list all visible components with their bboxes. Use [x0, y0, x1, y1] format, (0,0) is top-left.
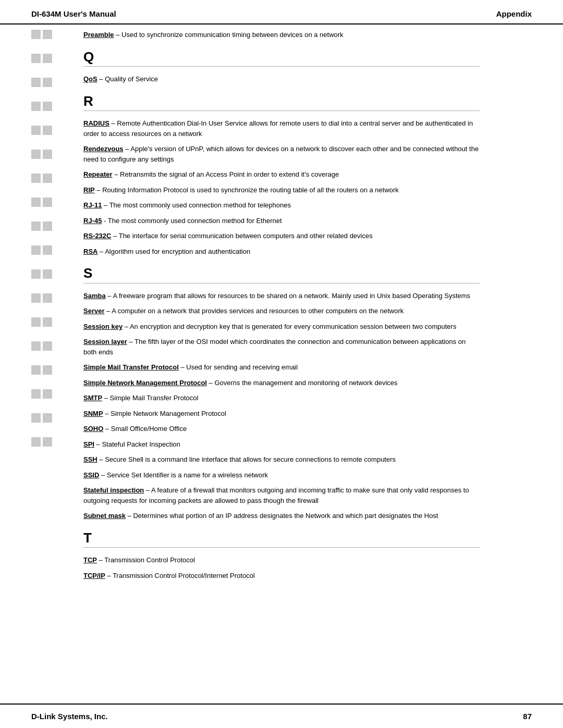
- entry-separator: –: [99, 471, 106, 479]
- glossary-entry: RJ-11 – The most commonly used connectio…: [83, 200, 480, 211]
- entry-separator: –: [95, 186, 102, 194]
- entry-definition: A computer on a network that provides se…: [112, 307, 403, 315]
- glossary-entry: Simple Mail Transfer Protocol – Used for…: [83, 362, 480, 373]
- entry-separator: –: [111, 232, 118, 240]
- section-letter-s: S: [83, 266, 480, 281]
- glossary-entry: Samba – A freeware program that allows f…: [83, 291, 480, 301]
- page-header: DI-634M User's Manual Appendix: [0, 0, 563, 24]
- entry-definition: Secure Shell is a command line interface…: [105, 455, 396, 463]
- entry-term: SOHO: [83, 425, 103, 433]
- glossary-entry: SMTP – Simple Mail Transfer Protocol: [83, 393, 480, 403]
- entry-term: Subnet mask: [83, 512, 126, 520]
- entry-separator: –: [144, 486, 151, 494]
- section-letter-q: Q: [83, 50, 480, 65]
- entry-term: RS-232C: [83, 232, 111, 240]
- glossary-entry: RS-232C – The interface for serial commu…: [83, 231, 480, 241]
- entry-definition: Quality of Service: [105, 75, 158, 83]
- entry-term: SSID: [83, 471, 99, 479]
- entry-definition: The most commonly used connection method…: [109, 201, 291, 209]
- entry-term: SMTP: [83, 394, 102, 402]
- entry-term: RSA: [83, 248, 97, 255]
- glossary-entry: RSA – Algorithm used for encryption and …: [83, 246, 480, 257]
- entry-definition: Governs the management and monitoring of…: [214, 379, 397, 387]
- entry-definition: Determines what portion of an IP address…: [133, 512, 438, 520]
- entry-term: Stateful inspection: [83, 486, 144, 494]
- glossary-entry: SNMP – Simple Network Management Protoco…: [83, 409, 480, 419]
- entry-separator: –: [103, 410, 111, 417]
- glossary-entry: Server – A computer on a network that pr…: [83, 306, 480, 316]
- entry-term: Session key: [83, 323, 123, 330]
- section-divider: [83, 66, 480, 67]
- entry-separator: -: [102, 217, 107, 225]
- glossary-entry: Session layer – The fifth layer of the O…: [83, 337, 480, 357]
- entry-term: RADIUS: [83, 119, 109, 127]
- section-letter-t: T: [83, 530, 480, 546]
- entry-separator: –: [102, 394, 109, 402]
- entry-term: QoS: [83, 75, 97, 83]
- entry-term: RJ-11: [83, 201, 102, 209]
- entry-separator: –: [127, 338, 134, 346]
- entry-definition: A freeware program that allows for resou…: [113, 292, 470, 300]
- header-appendix: Appendix: [496, 9, 532, 18]
- entry-term: SNMP: [83, 410, 103, 417]
- entry-separator: –: [106, 292, 113, 300]
- glossary-entry: Repeater – Retransmits the signal of an …: [83, 169, 480, 180]
- entry-definition: Service Set Identifier is a name for a w…: [107, 471, 268, 479]
- entry-term: SSH: [83, 455, 97, 463]
- entry-definition: Transmission Control Protocol: [104, 556, 195, 564]
- entry-definition: Retransmits the signal of an Access Poin…: [120, 170, 339, 178]
- entry-term: Server: [83, 307, 104, 315]
- entry-separator: –: [94, 440, 102, 448]
- entry-separator: –: [104, 307, 112, 315]
- glossary-entry: Simple Network Management Protocol – Gov…: [83, 378, 480, 388]
- entry-definition: Stateful Packet Inspection: [102, 440, 180, 448]
- footer-company: D-Link Systems, Inc.: [31, 712, 108, 721]
- entry-definition: Used to synchronize communication timing…: [121, 31, 344, 39]
- glossary-entry: TCP/IP – Transmission Control Protocol/I…: [83, 571, 480, 581]
- glossary-entry: SOHO – Small Office/Home Office: [83, 424, 480, 434]
- glossary-entry: SPI – Stateful Packet Inspection: [83, 439, 480, 450]
- entry-definition: Transmission Control Protocol/Internet P…: [113, 572, 255, 579]
- entry-term: Session layer: [83, 338, 127, 346]
- glossary-entry: Preamble – Used to synchronize communica…: [83, 30, 480, 40]
- section-divider: [83, 110, 480, 111]
- glossary-entry: QoS – Quality of Service: [83, 74, 480, 84]
- glossary-entry: SSID – Service Set Identifier is a name …: [83, 470, 480, 480]
- glossary-entry: RJ-45 - The most commonly used connectio…: [83, 216, 480, 226]
- glossary-entry: Session key – An encryption and decrypti…: [83, 322, 480, 332]
- section-divider: [83, 283, 480, 283]
- entry-separator: –: [103, 425, 111, 433]
- section-letter-r: R: [83, 94, 480, 109]
- glossary-entry: SSH – Secure Shell is a command line int…: [83, 454, 480, 465]
- entry-term: SPI: [83, 440, 94, 448]
- glossary-entry: RADIUS – Remote Authentication Dial-In U…: [83, 118, 480, 139]
- section-divider: [83, 547, 480, 548]
- entry-separator: –: [97, 556, 104, 564]
- entry-separator: –: [97, 455, 105, 463]
- entry-term: Repeater: [83, 170, 113, 178]
- glossary-entry: Stateful inspection – A feature of a fir…: [83, 485, 480, 505]
- entry-definition: Simple Mail Transfer Protocol: [110, 394, 199, 402]
- entry-term: RIP: [83, 186, 95, 194]
- entry-term: TCP/IP: [83, 572, 105, 579]
- entry-definition: Used for sending and receiving email: [186, 363, 298, 371]
- entry-definition: Algorithm used for encryption and authen…: [105, 248, 250, 255]
- entry-term: Rendezvous: [83, 145, 124, 153]
- entry-term: RJ-45: [83, 217, 102, 225]
- glossary-entry: TCP – Transmission Control Protocol: [83, 555, 480, 565]
- entry-term: Simple Mail Transfer Protocol: [83, 363, 179, 371]
- entry-separator: –: [114, 31, 121, 39]
- entry-definition: Routing Information Protocol is used to …: [102, 186, 399, 194]
- entry-definition: An encryption and decryption key that is…: [130, 323, 457, 330]
- entry-definition: Simple Network Management Protocol: [111, 410, 226, 417]
- entry-separator: –: [113, 170, 120, 178]
- header-title: DI-634M User's Manual: [31, 9, 116, 18]
- entry-separator: –: [102, 201, 109, 209]
- footer-page: 87: [523, 712, 532, 721]
- entry-separator: –: [97, 248, 105, 255]
- entry-term: Preamble: [83, 31, 114, 39]
- entry-separator: –: [109, 119, 117, 127]
- entry-definition: The fifth layer of the OSI model which c…: [83, 338, 466, 356]
- entry-definition: The most commonly used connection method…: [108, 217, 282, 225]
- entry-separator: –: [105, 572, 113, 579]
